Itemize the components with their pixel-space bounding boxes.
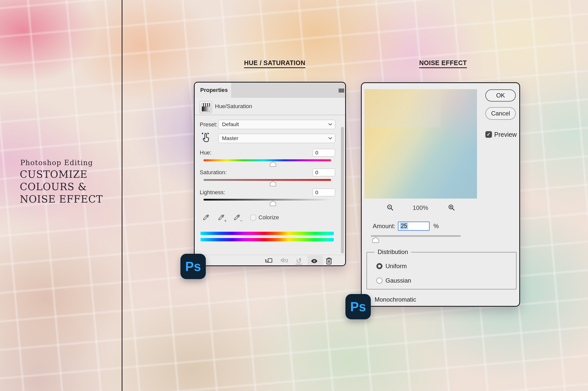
eyedropper-subtract-icon[interactable]: − <box>233 213 242 222</box>
adjustment-title: Hue/Saturation <box>215 98 252 115</box>
distribution-group: Distribution Uniform Gaussian <box>366 252 517 289</box>
cancel-button[interactable]: Cancel <box>485 107 516 120</box>
preset-label: Preset: <box>200 120 217 129</box>
clipping-mask-icon[interactable] <box>264 257 273 265</box>
preset-select[interactable]: Default <box>218 120 335 129</box>
heading-hue-saturation: HUE / SATURATION <box>244 59 305 68</box>
amount-input[interactable]: 25 <box>398 222 430 231</box>
header-divider <box>195 115 345 115</box>
photoshop-logo-text: Ps <box>185 259 201 274</box>
saturation-label: Saturation: <box>200 169 227 176</box>
adjustment-header: Hue/Saturation <box>195 98 345 115</box>
monochromatic-label: Monochromatic <box>375 296 416 303</box>
chevron-down-icon <box>328 137 332 140</box>
amount-slider-thumb[interactable] <box>372 237 379 243</box>
tab-properties[interactable]: Properties <box>195 83 232 98</box>
properties-panel: Properties Hue/Saturation Preset: Defaul… <box>194 82 346 266</box>
lightness-slider-thumb[interactable] <box>270 201 276 206</box>
poster-canvas: Photoshop Editing CUSTOMIZE COLOURS & NO… <box>0 0 588 391</box>
chevron-down-icon <box>328 123 332 126</box>
gaussian-label: Gaussian <box>385 278 411 284</box>
page-title-line2: COLOURS & <box>20 181 103 193</box>
spectrum-bar-output <box>200 238 334 241</box>
gaussian-radio[interactable] <box>376 278 382 284</box>
hue-slider-track[interactable] <box>204 159 331 161</box>
view-previous-state-icon[interactable] <box>280 257 289 265</box>
hue-value: 0 <box>315 149 318 156</box>
eyebrow-text: Photoshop Editing <box>20 159 93 167</box>
panel-footer: ↺ <box>195 255 345 266</box>
distribution-legend: Distribution <box>375 248 411 256</box>
plus-modifier: + <box>224 219 227 223</box>
panel-menu-icon[interactable] <box>339 89 344 92</box>
delete-trash-icon[interactable] <box>325 257 333 265</box>
hue-saturation-adjustment-icon[interactable] <box>200 101 212 113</box>
channel-select[interactable]: Master <box>218 134 335 143</box>
saturation-slider-thumb[interactable] <box>270 181 276 186</box>
preview-checkbox[interactable]: ✓ <box>485 131 492 138</box>
add-noise-dialog: OK Cancel ✓ Preview 100% Amount: 25 % <box>361 82 520 307</box>
lightness-slider-track[interactable] <box>204 199 331 201</box>
colorize-checkbox[interactable] <box>250 215 256 220</box>
lightness-label: Lightness: <box>200 189 225 196</box>
eyedropper-add-icon[interactable]: + <box>217 213 226 222</box>
saturation-value: 0 <box>315 169 318 176</box>
reset-icon[interactable]: ↺ <box>295 257 303 265</box>
noise-texture <box>364 89 440 127</box>
preview-label: Preview <box>494 131 517 138</box>
adjustment-thumbnail <box>202 103 210 111</box>
panel-scrollbar[interactable] <box>341 127 344 253</box>
saturation-value-input[interactable]: 0 <box>313 169 335 176</box>
heading-noise-effect: NOISE EFFECT <box>419 59 467 68</box>
spectrum-bar-input <box>200 232 334 235</box>
zoom-level: 100% <box>406 204 435 211</box>
noise-preview-image <box>364 89 477 199</box>
page-title-line1: CUSTOMIZE <box>20 168 103 181</box>
channel-select-value: Master <box>222 134 238 143</box>
lightness-value: 0 <box>315 189 318 196</box>
visibility-eye-icon[interactable] <box>310 257 319 265</box>
amount-value: 25 <box>400 223 408 229</box>
zoom-in-icon[interactable] <box>448 204 455 211</box>
tab-properties-label: Properties <box>200 83 228 98</box>
photoshop-logo-text: Ps <box>350 299 366 314</box>
properties-tabbar: Properties <box>195 83 345 98</box>
amount-slider-track[interactable] <box>371 235 461 237</box>
zoom-out-icon[interactable] <box>387 204 394 211</box>
hue-label: Hue: <box>200 149 211 157</box>
checkmark-icon: ✓ <box>487 132 491 137</box>
saturation-slider-track[interactable] <box>204 179 331 181</box>
colorize-label: Colorize <box>259 215 279 220</box>
uniform-radio[interactable] <box>376 263 382 269</box>
amount-label: Amount: <box>366 222 395 231</box>
photoshop-logo: Ps <box>180 254 206 279</box>
photoshop-logo: Ps <box>345 294 371 319</box>
page-title-line3: NOISE EFFECT <box>20 193 103 205</box>
minus-modifier: − <box>240 219 242 223</box>
ok-button[interactable]: OK <box>485 89 516 102</box>
amount-unit: % <box>433 222 439 231</box>
uniform-label: Uniform <box>385 263 407 269</box>
lightness-value-input[interactable]: 0 <box>313 189 335 196</box>
eyedropper-icon[interactable] <box>202 213 211 222</box>
targeted-adjustment-icon[interactable] <box>201 132 211 143</box>
hue-slider-thumb[interactable] <box>270 161 276 167</box>
vertical-divider <box>122 0 122 391</box>
preset-select-value: Default <box>222 120 239 129</box>
page-title: CUSTOMIZE COLOURS & NOISE EFFECT <box>20 168 103 205</box>
hue-value-input[interactable]: 0 <box>313 149 335 157</box>
